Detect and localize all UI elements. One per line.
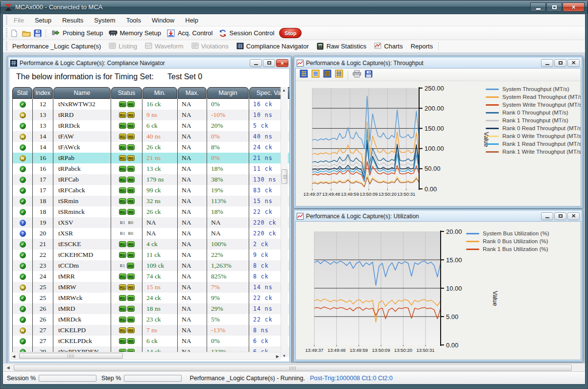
rank-status-badge: R0	[127, 134, 135, 139]
compliance-minimize-button[interactable]	[250, 59, 262, 67]
grid-blue-button[interactable]	[299, 70, 308, 80]
save-button[interactable]	[33, 28, 43, 38]
table-row[interactable]: ✓17tRFCabckR1R099 ckNA19%83 ck	[12, 185, 290, 196]
column-header-status[interactable]: Status	[111, 87, 142, 99]
table-row[interactable]: ✓25tMRWckR1R024 ckNA9%22 ck	[12, 293, 290, 303]
table-row[interactable]: ✓12tNxRWTW32R1R016 ckNA0%16 ck	[12, 99, 290, 110]
table-row[interactable]: ?19tXSVR1R0NANANA220 ck	[12, 217, 290, 228]
acq-control-button[interactable]: Acq. Control	[164, 28, 216, 38]
legend-swatch	[486, 104, 499, 106]
table-row[interactable]: ✓27tCKELPDckR1R06 ckNA0%6 ck	[12, 336, 290, 346]
minimize-button[interactable]	[530, 2, 546, 12]
cell-margin: 1,263%	[207, 260, 249, 271]
memory-setup-button[interactable]: Memory Setup	[106, 28, 164, 38]
print-button[interactable]	[352, 70, 362, 80]
menu-system[interactable]: System	[89, 15, 120, 25]
table-row[interactable]: w14tFAWR1R040 nsNA0%40 ns	[12, 131, 290, 142]
workspace-scroll-left-arrow[interactable]: ◀	[4, 364, 12, 371]
svg-text:20.00: 20.00	[446, 228, 462, 235]
cell-name: tFAW	[53, 131, 111, 142]
tab-reports[interactable]: Reports	[407, 41, 437, 51]
column-header-index[interactable]: Index	[33, 87, 53, 99]
column-header-max-[interactable]: Max.	[178, 87, 207, 99]
table-vertical-scrollbar[interactable]: ▲	[281, 87, 288, 351]
app-titlebar[interactable]: MCAx000 - Connected to MCA ×	[0, 0, 588, 14]
table-row[interactable]: ✓23tCCDmR1R0109 ckNA1,263%8 ck	[12, 260, 290, 271]
stop-button[interactable]: Stop	[279, 28, 302, 38]
grid-light-button[interactable]	[334, 70, 344, 80]
utilization-restore-button[interactable]	[554, 212, 566, 220]
cell-index: 21	[33, 239, 53, 250]
column-header-name[interactable]: Name	[53, 87, 111, 99]
column-header-min-[interactable]: Min.	[142, 87, 177, 99]
utilization-minimize-button[interactable]	[541, 212, 553, 220]
horizontal-scroll-thumb[interactable]	[19, 353, 123, 359]
workspace-horizontal-scrollbar[interactable]: ◀	[3, 363, 585, 371]
throughput-restore-button[interactable]	[554, 59, 566, 67]
legend-label: Rank 1 Throughput (MT/s)	[502, 117, 568, 123]
legend-item: Rank 1 Read Throughput (MT/s)	[486, 140, 581, 148]
new-document-button[interactable]	[9, 28, 19, 38]
vertical-scroll-thumb[interactable]	[282, 169, 287, 184]
utilization-titlebar[interactable]: Performance & Logic Capture(s): Utilizat…	[295, 211, 581, 221]
tab-raw-statistics[interactable]: Raw Statistics	[313, 41, 371, 52]
status-ball-icon: ✓	[20, 144, 26, 151]
table-row[interactable]: ✓14tFAWckR1R026 ckNA8%24 ck	[12, 142, 290, 153]
session-control-button[interactable]: Session Control	[216, 28, 278, 38]
table-row[interactable]: ✓18tSRminckR1R026 ckNA18%22 ck	[12, 206, 290, 217]
throughput-minimize-button[interactable]	[541, 59, 553, 67]
legend-label: Rank 0 Read Throughput (MT/s)	[502, 125, 581, 131]
cell-status: R1R0	[111, 196, 142, 206]
svg-text:13:50:31: 13:50:31	[417, 347, 435, 353]
tab-compliance-navigator[interactable]: Compliance Navigator	[233, 41, 313, 52]
menu-results[interactable]: Results	[57, 15, 89, 25]
restore-button[interactable]	[546, 2, 562, 12]
grid-gold-button[interactable]	[310, 70, 320, 80]
open-folder-button[interactable]	[21, 28, 31, 38]
probing-setup-button[interactable]: Probing Setup	[49, 28, 106, 38]
table-row[interactable]: w16tRPabR1R021 nsNA0%21 ns	[12, 153, 290, 163]
menu-setup[interactable]: Setup	[29, 15, 57, 25]
tab-performance-logic-capture-s-[interactable]: Performance _Logic Capture(s)	[8, 41, 105, 51]
scroll-left-arrow[interactable]: ◀	[12, 354, 15, 359]
table-row[interactable]: ✓26tMRDckR1R023 ckNA5%22 ck	[12, 314, 290, 325]
cell-max: NA	[178, 206, 207, 217]
table-horizontal-scrollbar[interactable]: ◀ ▶	[11, 352, 281, 360]
menu-tools[interactable]: Tools	[121, 15, 146, 25]
table-row[interactable]: ✓18tSRminR1R032 nsNA113%15 ns	[12, 196, 290, 206]
scroll-down-arrow[interactable]: ▼	[281, 352, 288, 360]
grid-dense-button[interactable]	[322, 70, 332, 80]
cell-max: NA	[178, 163, 207, 174]
table-row[interactable]: ✓21tESCKER1R04 ckNA100%2 ck	[12, 239, 290, 250]
table-row[interactable]: w13tRRDR1R09 nsNA-10%10 ns	[12, 110, 290, 120]
scroll-right-arrow[interactable]: ▶	[276, 354, 279, 359]
column-header-stat[interactable]: Stat	[12, 87, 32, 99]
table-row[interactable]: ✓13tRRDckR1R06 ckNA20%5 ck	[12, 120, 290, 131]
column-header-margin[interactable]: Margin	[207, 87, 249, 99]
close-button[interactable]: ×	[563, 2, 585, 12]
menu-help[interactable]: Help	[180, 15, 204, 25]
tab-charts[interactable]: Charts	[370, 41, 406, 52]
menu-grip	[6, 16, 7, 24]
table-row[interactable]: ?20tXSRR1R0NANANA220 ck	[12, 228, 290, 239]
table-row[interactable]: w27tCKELPDR1R07 nsNA-13%8 ns	[12, 325, 290, 336]
throughput-titlebar[interactable]: Performance & Logic Capture(s): Throughp…	[295, 58, 581, 68]
table-row[interactable]: ✓24tMRRR1R074 ckNA825%8 ck	[12, 271, 290, 282]
table-row[interactable]: ✓16tRPabckR1R013 ckNA18%11 ck	[12, 163, 290, 174]
cell-max: NA	[178, 217, 207, 228]
scroll-up-arrow[interactable]: ▲	[282, 88, 286, 92]
status-ball-icon: w	[20, 155, 26, 161]
workspace-scroll-thumb[interactable]	[14, 365, 572, 371]
compliance-titlebar[interactable]: Performance & Logic Capture(s): Complian…	[9, 58, 290, 68]
table-row[interactable]: ✓17tRFCabR1R0179 nsNA38%130 ns	[12, 174, 290, 185]
compliance-close-button[interactable]: ×	[276, 59, 288, 67]
cell-max: NA	[178, 303, 207, 314]
menu-window[interactable]: Window	[146, 15, 180, 25]
throughput-close-button[interactable]: ✕	[567, 59, 580, 67]
compliance-restore-button[interactable]	[263, 59, 275, 67]
table-row[interactable]: ✓26tMRDR1R018 nsNA29%14 ns	[12, 303, 290, 314]
table-row[interactable]: ✓22tCKEHCMDR1R011 ckNA22%9 ck	[12, 250, 290, 260]
utilization-close-button[interactable]: ✕	[567, 212, 580, 220]
save-floppy-button[interactable]	[364, 70, 374, 80]
table-row[interactable]: w25tMRWR1R015 nsNA7%14 ns	[12, 282, 290, 293]
